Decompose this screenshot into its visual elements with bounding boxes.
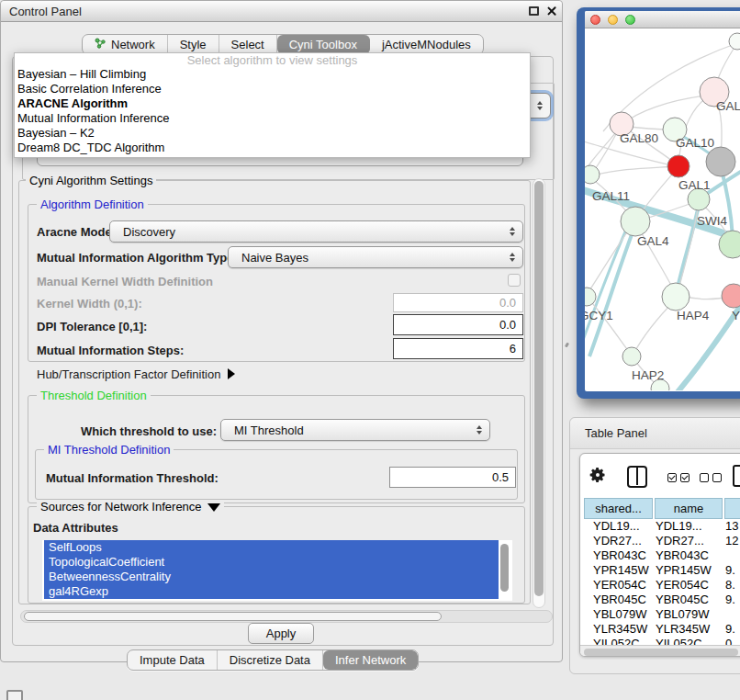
mi-threshold-input[interactable]: 0.5 xyxy=(389,467,516,488)
network-edge[interactable] xyxy=(585,223,629,347)
table-row[interactable]: YIL052CYIL052C0. xyxy=(580,637,740,645)
tab-label: Impute Data xyxy=(140,653,205,667)
network-window-titlebar[interactable] xyxy=(585,11,740,28)
horizontal-scrollbar-thumb[interactable] xyxy=(24,612,442,621)
column-header[interactable]: A xyxy=(724,498,740,519)
table-cell: YDR27... xyxy=(656,534,704,548)
tab-network[interactable]: Network xyxy=(83,35,168,54)
table-row[interactable]: YBL079WYBL079W xyxy=(580,607,740,622)
table-row[interactable]: YPR145WYPR145W9. xyxy=(580,563,740,578)
table-row[interactable]: YBR045CYBR045C9. xyxy=(580,593,740,607)
node-label: GAL1 xyxy=(678,178,711,192)
network-node-hap4[interactable] xyxy=(662,283,690,310)
gear-icon[interactable] xyxy=(589,466,607,488)
tab-infer-network[interactable]: Infer Network xyxy=(323,650,418,670)
dropdown-item[interactable]: Bayesian – K2 xyxy=(15,126,530,141)
data-attributes-label: Data Attributes xyxy=(33,521,118,535)
attribute-list-item[interactable]: gal4RGexp xyxy=(44,584,499,599)
table-cell: YBL079W xyxy=(593,607,647,622)
attribute-list-item[interactable]: SelfLoops xyxy=(44,540,499,555)
checked-box-icon[interactable] xyxy=(680,473,690,482)
node-label: GAL80 xyxy=(620,131,658,145)
aracne-mode-select[interactable]: Discovery xyxy=(109,220,523,243)
network-canvas[interactable]: GALGAL80GAL10GAL11GAL1GAL4SWI4GCY1HAP4YH… xyxy=(585,28,740,390)
table-cell: YIL052C xyxy=(593,637,640,645)
column-header[interactable]: name xyxy=(655,498,723,519)
sources-legend[interactable]: Sources for Network Inference xyxy=(37,500,224,514)
data-attributes-list[interactable]: SelfLoopsTopologicalCoefficientBetweenne… xyxy=(42,540,512,601)
dropdown-item[interactable]: Basic Correlation Inference xyxy=(15,82,530,96)
tab-cyni-toolbox[interactable]: Cyni Toolbox xyxy=(277,35,370,54)
network-edge[interactable] xyxy=(587,223,633,295)
network-view-window[interactable]: GALGAL80GAL10GAL11GAL1GAL4SWI4GCY1HAP4YH… xyxy=(577,7,740,399)
mi-algorithm-type-value: Naive Bayes xyxy=(241,251,308,265)
dropdown-item[interactable]: ARACNE Algorithm xyxy=(15,96,530,111)
table-cell: YBR045C xyxy=(656,593,709,607)
table-row[interactable]: YLR345WYLR345W9. xyxy=(580,622,740,637)
dropdown-item[interactable]: Bayesian – Hill Climbing xyxy=(15,67,530,82)
float-window-icon[interactable] xyxy=(529,6,539,16)
table-row[interactable]: YDL19...YDL19...13 xyxy=(580,519,740,534)
unchecked-box-icon[interactable] xyxy=(700,473,709,482)
table-row[interactable]: YBR043CYBR043C xyxy=(580,548,740,563)
table-row[interactable]: YDR27...YDR27...12 xyxy=(580,534,740,548)
which-threshold-select[interactable]: MI Threshold xyxy=(220,419,490,441)
tab-label: Network xyxy=(111,38,155,51)
attribute-list-item[interactable]: TopologicalCoefficient xyxy=(44,555,499,570)
apply-button[interactable]: Apply xyxy=(248,623,314,644)
split-view-icon[interactable] xyxy=(627,466,647,488)
aracne-mode-label: Aracne Mode: xyxy=(37,225,116,239)
zoom-traffic-light[interactable] xyxy=(625,15,635,25)
settings-vertical-scrollbar[interactable] xyxy=(533,178,545,608)
hub-definition-expander[interactable]: Hub/Transcription Factor Definition xyxy=(37,367,235,381)
infer-tabbar: Impute DataDiscretize DataInfer Network xyxy=(127,649,419,671)
table-panel: Table Panel shared...nameA YDL19...YDL19… xyxy=(569,417,740,674)
minimized-window-fragment[interactable] xyxy=(6,690,23,700)
tab-select[interactable]: Select xyxy=(219,35,277,54)
network-node-gal4[interactable] xyxy=(621,207,650,236)
combo-arrows-icon xyxy=(537,101,543,110)
settings-horizontal-scrollbar[interactable] xyxy=(20,610,553,623)
node-label: GAL10 xyxy=(676,136,714,150)
node-label: GAL xyxy=(716,99,740,113)
tab-discretize-data[interactable]: Discretize Data xyxy=(218,650,323,670)
network-node-gal11[interactable] xyxy=(585,165,600,184)
tab-style[interactable]: Style xyxy=(168,35,219,54)
network-view-inner: GALGAL80GAL10GAL11GAL1GAL4SWI4GCY1HAP4YH… xyxy=(585,11,740,391)
network-edge[interactable] xyxy=(589,225,635,356)
dropdown-item[interactable]: Mutual Information Inference xyxy=(15,111,530,126)
network-edge[interactable] xyxy=(592,166,677,175)
network-node[interactable] xyxy=(729,33,740,50)
attribute-list-item[interactable]: BetweennessCentrality xyxy=(44,570,499,584)
minimize-traffic-light[interactable] xyxy=(608,15,618,25)
kernel-width-input[interactable]: 0.0 xyxy=(393,293,523,312)
network-node-gcy1[interactable] xyxy=(585,288,596,306)
mi-algorithm-type-select[interactable]: Naive Bayes xyxy=(228,246,523,268)
tab-jactivemnodules[interactable]: jActiveMNodules xyxy=(370,35,483,54)
network-node-y[interactable] xyxy=(722,284,740,308)
close-icon[interactable] xyxy=(546,6,556,16)
mi-steps-input[interactable]: 6 xyxy=(393,338,523,359)
tab-impute-data[interactable]: Impute Data xyxy=(128,650,218,670)
combo-arrows-icon xyxy=(510,253,515,262)
dropdown-item[interactable]: Dream8 DC_TDC Algorithm xyxy=(15,141,530,155)
column-header[interactable]: shared... xyxy=(584,498,653,519)
table-horizontal-scrollbar[interactable] xyxy=(580,645,740,657)
table-panel-title: Table Panel xyxy=(585,426,647,440)
manual-kernel-width-checkbox[interactable] xyxy=(508,274,521,287)
table-scrollbar-thumb[interactable] xyxy=(584,649,738,656)
vertical-scrollbar-thumb[interactable] xyxy=(534,181,544,596)
table-row[interactable]: YER054CYER054C8. xyxy=(580,578,740,593)
network-node-hap2[interactable] xyxy=(622,347,641,366)
list-scrollbar-thumb[interactable] xyxy=(500,544,509,592)
mi-threshold-label: Mutual Information Threshold: xyxy=(46,471,219,485)
checked-box-icon[interactable] xyxy=(667,473,677,482)
close-traffic-light[interactable] xyxy=(590,15,600,25)
network-node[interactable] xyxy=(667,155,690,177)
dpi-tolerance-input[interactable]: 0.0 xyxy=(393,314,523,335)
combo-arrows-icon xyxy=(510,227,515,236)
unchecked-box-icon[interactable] xyxy=(712,473,722,482)
table-cell: YPR145W xyxy=(656,563,712,578)
network-node[interactable] xyxy=(706,147,735,176)
document-icon[interactable] xyxy=(733,465,740,487)
